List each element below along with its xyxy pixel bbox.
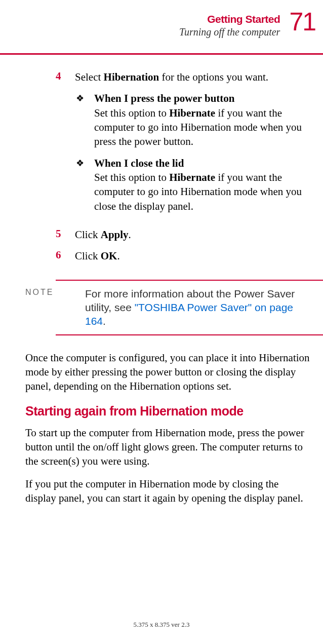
note-label: NOTE bbox=[25, 287, 85, 328]
bullet-title: When I press the power button bbox=[94, 91, 310, 105]
step-6: 6 Click OK. bbox=[56, 249, 310, 263]
step-5: 5 Click Apply. bbox=[56, 228, 310, 242]
bullet-close-lid: ❖ When I close the lid Set this option t… bbox=[75, 156, 310, 213]
step-number: 4 bbox=[56, 70, 75, 220]
diamond-bullet-icon: ❖ bbox=[75, 91, 94, 148]
chapter-title: Getting Started bbox=[179, 13, 280, 25]
note-block: NOTE For more information about the Powe… bbox=[25, 287, 315, 328]
section-title: Turning off the computer bbox=[179, 26, 280, 38]
bullet-title: When I close the lid bbox=[94, 156, 310, 170]
bullet-description: Set this option to Hibernate if you want… bbox=[94, 106, 310, 149]
body-paragraph: To start up the computer from Hibernatio… bbox=[25, 426, 310, 469]
bullet-description: Set this option to Hibernate if you want… bbox=[94, 170, 310, 213]
bullet-power-button: ❖ When I press the power button Set this… bbox=[75, 91, 310, 148]
body-paragraph: Once the computer is configured, you can… bbox=[25, 351, 310, 394]
diamond-bullet-icon: ❖ bbox=[75, 156, 94, 213]
step-text: Click OK. bbox=[75, 249, 120, 263]
page-footer: 5.375 x 8.375 ver 2.3 bbox=[0, 621, 323, 629]
step-4: 4 Select Hibernation for the options you… bbox=[56, 70, 310, 220]
step-number: 6 bbox=[56, 249, 75, 263]
note-top-divider bbox=[56, 280, 323, 281]
page-number: 71 bbox=[289, 9, 315, 34]
body-paragraph: If you put the computer in Hibernation m… bbox=[25, 477, 310, 506]
page-header: Getting Started Turning off the computer… bbox=[25, 9, 315, 38]
step-text: Select Hibernation for the options you w… bbox=[75, 70, 310, 220]
note-text: For more information about the Power Sav… bbox=[85, 287, 315, 328]
step-text: Click Apply. bbox=[75, 228, 131, 242]
subsection-heading: Starting again from Hibernation mode bbox=[25, 404, 310, 419]
header-divider bbox=[0, 53, 323, 55]
step-number: 5 bbox=[56, 228, 75, 242]
